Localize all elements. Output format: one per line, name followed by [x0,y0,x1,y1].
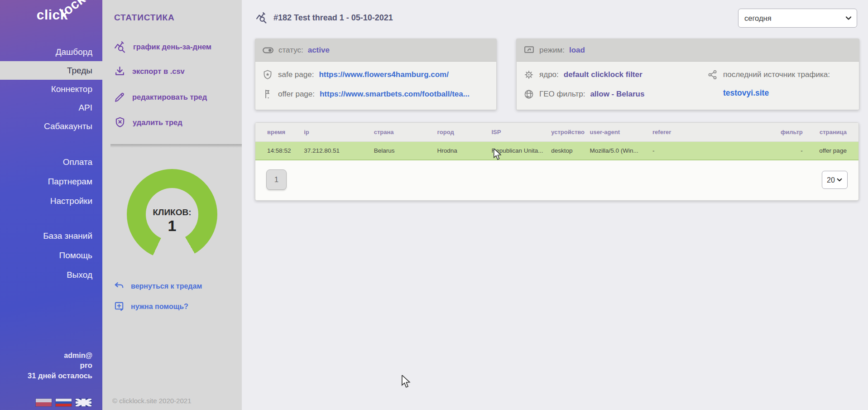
globe-icon [523,89,534,100]
account-email: admin@ [0,351,92,361]
sidebar-item-help[interactable]: Помощь [0,246,102,265]
column-header-city: город [435,129,489,135]
cell-city: Hrodna [435,147,489,154]
geo-filter-label: ГЕО фильтр: [539,90,585,99]
safe-page-row: safe page: https://www.flowers4hamburg.c… [262,68,489,81]
chart-search-icon [255,12,268,24]
status-label: статус: [278,46,303,55]
sidebar-item-subaccounts[interactable]: Сабакаунты [0,117,102,135]
column-header-time: время [255,129,301,135]
status-value: active [308,46,330,55]
safe-page-label: safe page: [278,70,314,79]
gear-icon [523,69,534,80]
sidebar-nav-mid: Оплата Партнерам Настройки [0,152,102,211]
sidebar-item-connector[interactable]: Коннектор [0,80,102,98]
shield-star-icon [262,69,273,80]
account-plan: pro [0,361,92,371]
pagination-bar: 1 20 [255,162,858,200]
table-row[interactable]: 14:58:52 37.212.80.51 Belarus Hrodna Rep… [255,142,858,160]
page-size-select-wrap: 20 [822,171,848,189]
share-icon [707,69,718,80]
language-switcher [36,399,91,406]
statistics-panel: СТАТИСТИКА график день-за-днем экспорт в… [102,0,242,410]
sidebar-nav-bottom: База знаний Помощь Выход [0,226,102,285]
traffic-source-link[interactable]: testovyi.site [723,88,769,98]
flag-icon [262,89,273,100]
cell-country: Belarus [371,147,435,154]
column-header-user-agent: user-agent [587,129,650,135]
safe-page-link[interactable]: https://www.flowers4hamburg.com/ [319,70,449,79]
mode-card-left-column: ядро: default clicklock filter ГЕО фильт… [523,68,707,107]
page-1-button[interactable]: 1 [266,169,287,190]
action-label: экспорт в .csv [132,67,185,76]
column-header-isp: ISP [489,129,548,135]
geo-filter-row: ГЕО фильтр: allow - Belarus [523,88,707,100]
sidebar-item-payment[interactable]: Оплата [0,152,102,172]
flag-ru-icon[interactable] [56,399,72,406]
clicks-gauge-value: 1 [168,217,177,234]
action-label: редактировать тред [132,93,207,101]
sidebar-item-logout[interactable]: Выход [0,265,102,285]
column-header-page: страница [806,129,858,135]
cell-user-agent: Mozilla/5.0 (Win... [587,147,650,154]
edit-thread-button[interactable]: редактировать тред [114,92,207,103]
sidebar-nav-top: Дашборд Треды Коннектор API Сабакаунты [0,43,102,135]
clicklock-logo[interactable]: clicklock [37,7,96,23]
mode-card-header: режим: load [517,39,859,62]
action-label: график день-за-днем [133,43,211,51]
statistics-title: СТАТИСТИКА [114,13,175,23]
clicks-gauge: КЛИКОВ: 1 [127,169,217,260]
clicks-gauge-label: КЛИКОВ: [153,207,191,217]
back-to-threads-link[interactable]: вернуться к тредам [114,281,202,291]
cell-device: desktop [548,147,587,154]
plus-square-icon [114,301,125,312]
thread-title-row: #182 Test thread 1 - 05-10-2021 [255,12,393,24]
cell-referer: - [650,147,756,154]
cell-time: 14:58:52 [255,147,301,154]
sidebar-item-api[interactable]: API [0,98,102,117]
cell-page: offer page [806,147,858,154]
copyright-text: © clicklock.site 2020-2021 [112,397,191,405]
column-header-device: устройство [548,129,587,135]
cell-isp: Republican Unita... [489,147,548,154]
mode-label: режим: [539,46,565,55]
shield-x-icon [114,116,126,128]
day-by-day-chart-button[interactable]: график день-за-днем [114,41,211,53]
sidebar-item-knowledge-base[interactable]: База знаний [0,226,102,246]
sidebar-item-dashboard[interactable]: Дашборд [0,43,102,61]
status-card-header: статус: active [255,39,496,62]
last-traffic-source-row: последний источник трафика: [707,68,852,81]
geo-filter-value: allow - Belarus [590,90,644,99]
page-size-select[interactable]: 20 [822,171,848,189]
sidebar-item-settings[interactable]: Настройки [0,191,102,211]
sidebar-item-threads[interactable]: Треды [0,61,102,80]
toggle-icon [262,44,274,56]
delete-thread-button[interactable]: удалить тред [114,116,182,128]
panel-link-label: вернуться к тредам [131,282,202,290]
flag-en-icon[interactable] [76,399,91,406]
last-traffic-source-label: последний источник трафика: [723,70,830,79]
status-card: статус: active safe page: https://www.fl… [255,39,497,110]
offer-page-label: offer page: [278,90,315,99]
screen-share-icon [523,44,535,56]
column-header-ip: ip [301,129,371,135]
export-csv-button[interactable]: экспорт в .csv [114,66,185,77]
panel-divider [110,144,242,148]
column-header-referer: referer [650,129,756,135]
offer-page-link[interactable]: https://www.smartbets.com/football/tea..… [320,90,470,99]
download-icon [114,66,125,77]
account-info: admin@ pro 31 дней осталось [0,351,102,381]
flag-pl-icon[interactable] [36,399,52,406]
sidebar-item-partners[interactable]: Партнерам [0,172,102,191]
core-value: default clicklock filter [564,70,643,79]
action-label: удалить тред [133,118,182,127]
mode-card: режим: load ядро: default [516,39,859,110]
column-header-country: страна [371,129,435,135]
need-help-link[interactable]: нужна помощь? [114,301,188,312]
sidebar: clicklock Дашборд Треды Коннектор API Са… [0,0,102,410]
mode-value: load [569,46,585,55]
core-row: ядро: default clicklock filter [523,68,707,81]
clicks-table-card: время ip страна город ISP устройство use… [255,122,859,201]
date-range-select[interactable]: сегодня [738,9,857,28]
thread-title: #182 Test thread 1 - 05-10-2021 [273,13,393,23]
